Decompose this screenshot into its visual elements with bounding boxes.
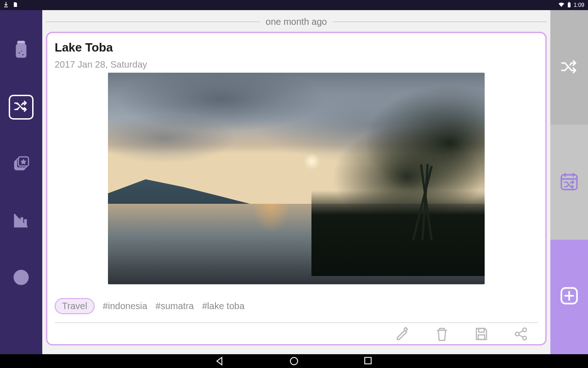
svg-point-13 — [20, 281, 22, 282]
help-icon — [13, 269, 29, 288]
nav-recent-button[interactable] — [363, 356, 373, 366]
share-button[interactable] — [510, 327, 531, 340]
bar-chart-icon — [13, 212, 29, 230]
svg-rect-0 — [568, 3, 571, 7]
delete-button[interactable] — [431, 327, 452, 340]
wifi-status-icon — [558, 2, 565, 9]
android-status-bar: 1:09 — [0, 0, 588, 10]
entry-tags: Travel #indonesia #sumatra #lake toba — [55, 298, 538, 314]
nav-back-button[interactable] — [215, 356, 225, 366]
sidebar-item-stats[interactable] — [9, 209, 34, 234]
status-time: 1:09 — [574, 2, 584, 8]
svg-point-5 — [21, 51, 23, 52]
add-icon — [559, 286, 579, 308]
entry-photo-wrap — [55, 73, 538, 284]
cards-icon — [13, 155, 29, 173]
svg-rect-19 — [561, 175, 577, 190]
edit-icon — [395, 327, 410, 344]
calendar-shuffle-icon — [559, 171, 579, 193]
sidebar-item-jar[interactable] — [9, 38, 34, 63]
hashtag[interactable]: #lake toba — [202, 301, 244, 311]
save-icon — [475, 327, 488, 343]
svg-rect-11 — [24, 219, 27, 227]
svg-rect-9 — [17, 221, 19, 227]
rightbar-calendar[interactable] — [550, 125, 588, 239]
category-chip[interactable]: Travel — [55, 298, 95, 314]
nav-home-button[interactable] — [289, 356, 299, 366]
download-status-icon — [4, 2, 8, 9]
entry-date: 2017 Jan 28, Saturday — [55, 59, 538, 70]
main-content: one month ago Lake Toba 2017 Jan 28, Sat… — [42, 10, 550, 354]
delete-icon — [435, 327, 449, 344]
right-sidebar — [550, 10, 588, 354]
divider-line — [46, 22, 260, 22]
hashtag[interactable]: #indonesia — [103, 301, 147, 311]
sidebar-item-shuffle[interactable] — [9, 95, 34, 120]
entry-actions — [55, 323, 538, 340]
sidebar-item-cards[interactable] — [9, 152, 34, 177]
svg-rect-10 — [21, 218, 23, 227]
sidebar-item-help[interactable] — [9, 266, 34, 291]
shuffle-icon — [560, 59, 578, 76]
svg-rect-1 — [569, 2, 570, 3]
battery-status-icon — [567, 2, 571, 9]
entry-title: Lake Toba — [55, 40, 538, 55]
divider-line — [333, 22, 547, 22]
svg-rect-2 — [17, 41, 25, 43]
svg-rect-22 — [365, 357, 371, 364]
svg-point-21 — [290, 357, 298, 365]
svg-point-3 — [18, 52, 20, 54]
svg-rect-14 — [479, 328, 484, 332]
time-divider: one month ago — [46, 10, 547, 32]
android-nav-bar — [0, 354, 588, 368]
edit-button[interactable] — [392, 327, 413, 340]
shuffle-icon — [13, 100, 29, 115]
time-divider-label: one month ago — [266, 17, 327, 27]
save-button[interactable] — [471, 327, 492, 340]
rightbar-shuffle[interactable] — [550, 10, 588, 125]
jar-icon — [14, 40, 28, 60]
share-icon — [514, 327, 528, 343]
rightbar-add[interactable] — [550, 240, 588, 354]
hashtag[interactable]: #sumatra — [156, 301, 194, 311]
left-sidebar — [0, 10, 42, 354]
app-root: one month ago Lake Toba 2017 Jan 28, Sat… — [0, 10, 588, 354]
sdcard-status-icon — [13, 2, 17, 9]
svg-rect-15 — [478, 335, 485, 339]
svg-point-4 — [22, 54, 24, 56]
entry-photo[interactable] — [108, 73, 485, 284]
entry-card: Lake Toba 2017 Jan 28, Saturday Travel #… — [46, 32, 547, 345]
